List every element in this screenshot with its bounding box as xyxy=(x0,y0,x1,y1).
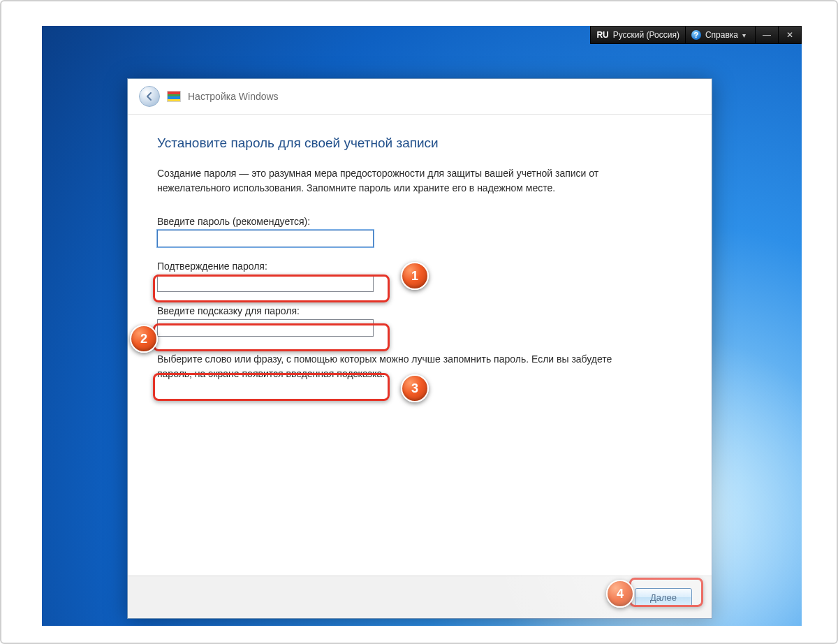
confirm-label: Подтверждение пароля: xyxy=(157,261,267,272)
minimize-button[interactable]: — xyxy=(756,26,779,44)
help-label: Справка xyxy=(705,30,738,40)
page-description: Создание пароля — это разумная мера пред… xyxy=(157,166,632,196)
back-arrow-icon xyxy=(145,92,154,101)
window-footer: Далее xyxy=(128,576,712,618)
next-button-label: Далее xyxy=(650,592,677,603)
windows-flag-icon xyxy=(167,91,181,102)
confirm-field-block: Подтверждение пароля: xyxy=(157,260,682,292)
password-input[interactable] xyxy=(157,230,374,247)
back-button[interactable] xyxy=(139,86,160,107)
language-selector[interactable]: RU Русский (Россия) xyxy=(590,26,686,44)
help-button[interactable]: ? Справка ▾ xyxy=(686,26,756,44)
hint-field-block: Введите подсказку для пароля: xyxy=(157,305,682,337)
minimize-icon: — xyxy=(761,30,772,40)
window-title: Настройка Windows xyxy=(188,91,279,102)
close-button[interactable]: ✕ xyxy=(779,26,802,44)
hint-label: Введите подсказку для пароля: xyxy=(157,305,300,316)
language-help-bar: RU Русский (Россия) ? Справка ▾ — ✕ xyxy=(590,26,802,44)
close-icon: ✕ xyxy=(784,30,795,40)
screenshot-canvas: RU Русский (Россия) ? Справка ▾ — ✕ xyxy=(0,0,838,644)
confirm-password-input[interactable] xyxy=(157,275,374,292)
hint-input[interactable] xyxy=(157,319,374,337)
language-code: RU xyxy=(596,30,608,40)
help-icon: ? xyxy=(691,30,701,40)
language-name: Русский (Россия) xyxy=(613,30,679,40)
password-field-block: Введите пароль (рекомендуется): xyxy=(157,215,682,247)
chevron-down-icon: ▾ xyxy=(742,31,749,39)
hint-description: Выберите слово или фразу, с помощью кото… xyxy=(157,352,632,381)
next-button[interactable]: Далее xyxy=(635,588,692,606)
page-heading: Установите пароль для своей учетной запи… xyxy=(157,136,682,151)
window-content: Установите пароль для своей учетной запи… xyxy=(128,115,712,381)
window-header: Настройка Windows xyxy=(128,79,712,115)
setup-window: Настройка Windows Установите пароль для … xyxy=(127,78,712,619)
password-label: Введите пароль (рекомендуется): xyxy=(157,216,310,227)
desktop-background: RU Русский (Россия) ? Справка ▾ — ✕ xyxy=(42,26,802,626)
